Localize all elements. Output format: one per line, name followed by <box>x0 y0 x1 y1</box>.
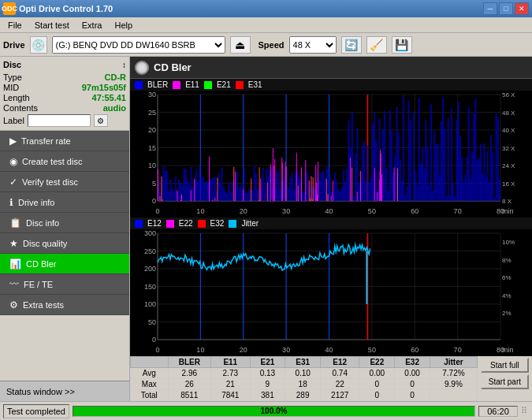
sidebar: Disc ↕ Type CD-R MID 97m15s05f Length 47… <box>0 57 130 401</box>
avg-e11: 2.73 <box>211 368 250 379</box>
eject-button[interactable]: ⏏ <box>230 36 251 54</box>
sidebar-item-disc-info[interactable]: 📋 Disc info <box>0 213 129 233</box>
stats-table: BLER E11 E21 E31 E12 E22 E32 Jitter <box>130 356 478 401</box>
title-bar: ODC Opti Drive Control 1.70 ─ □ ✕ <box>0 0 532 17</box>
table-row-max: Max 26 21 9 18 22 0 0 9.9% <box>131 379 478 390</box>
start-full-button[interactable]: Start full <box>481 358 529 373</box>
legend-e22-label: E22 <box>179 219 193 228</box>
sidebar-item-drive-info[interactable]: ℹ Drive info <box>0 192 129 213</box>
sidebar-nav: ▶ Transfer rate ◉ Create test disc ✓ Ver… <box>0 131 129 401</box>
chart2-canvas <box>130 229 532 355</box>
status-text: Test completed <box>7 407 65 416</box>
start-part-button[interactable]: Start part <box>481 374 529 389</box>
status-window-label: Status window >> <box>6 387 75 396</box>
contents-label: Contents <box>3 103 38 113</box>
stats-with-buttons: BLER E11 E21 E31 E12 E22 E32 Jitter <box>130 356 532 401</box>
col-header-e31: E31 <box>285 357 321 368</box>
sidebar-item-extra-tests[interactable]: ⚙ Extra tests <box>0 295 129 315</box>
right-section: CD Bler BLER E11 E21 E31 <box>130 57 532 401</box>
chart-disc-icon <box>135 61 149 75</box>
disc-arrow-icon[interactable]: ↕ <box>122 61 126 69</box>
chart-title: CD Bler <box>154 61 192 73</box>
speed-select[interactable]: 48 X <box>289 36 337 54</box>
row-label-max: Max <box>131 379 169 390</box>
chart-header: CD Bler <box>130 57 532 79</box>
speed-label: Speed <box>259 40 285 50</box>
save-button[interactable]: 💾 <box>392 36 412 54</box>
legend-bler-dot <box>135 81 143 89</box>
table-row-total: Total 8511 7841 381 289 2127 0 0 <box>131 390 478 401</box>
avg-e12: 0.74 <box>321 368 359 379</box>
disc-title: Disc <box>3 60 21 69</box>
legend-e31-dot <box>236 81 244 89</box>
row-label-total: Total <box>131 390 169 401</box>
status-window-button[interactable]: Status window >> <box>0 381 129 401</box>
chart1-canvas <box>130 91 532 217</box>
col-header-e11: E11 <box>211 357 250 368</box>
cd-bler-icon: 📊 <box>9 258 21 269</box>
sidebar-item-create-test-disc[interactable]: ◉ Create test disc <box>0 151 129 172</box>
total-jitter <box>430 390 477 401</box>
fe-te-icon: 〰 <box>9 279 19 290</box>
max-e22: 0 <box>359 379 395 390</box>
legend-e11-dot <box>173 81 180 89</box>
length-value: 47:55.41 <box>92 93 126 102</box>
length-label: Length <box>3 93 30 102</box>
progress-label: 100.0% <box>73 407 474 416</box>
progress-bar: 100.0% <box>73 406 475 417</box>
avg-e21: 0.13 <box>250 368 285 379</box>
close-button[interactable]: ✕ <box>515 2 529 15</box>
status-time: 06:20 <box>478 406 518 417</box>
create-test-disc-label: Create test disc <box>22 157 82 166</box>
menu-bar: File Start test Extra Help <box>0 17 532 33</box>
transfer-rate-icon: ▶ <box>9 136 17 147</box>
drive-icon: 💿 <box>30 36 47 54</box>
clear-button[interactable]: 🧹 <box>366 36 387 54</box>
col-header-e22: E22 <box>359 357 395 368</box>
menu-start-test[interactable]: Start test <box>30 19 74 32</box>
sidebar-item-fe-te[interactable]: 〰 FE / TE <box>0 274 129 295</box>
app-window: ODC Opti Drive Control 1.70 ─ □ ✕ File S… <box>0 0 532 420</box>
mid-value: 97m15s05f <box>82 83 126 92</box>
col-header-jitter: Jitter <box>430 357 477 368</box>
max-e12: 22 <box>321 379 359 390</box>
extra-tests-icon: ⚙ <box>9 299 18 310</box>
minimize-button[interactable]: ─ <box>483 2 497 15</box>
max-bler: 26 <box>168 379 211 390</box>
drive-select[interactable]: (G:) BENQ DVD DD DW1640 BSRB <box>52 36 225 54</box>
row-label-avg: Avg <box>131 368 169 379</box>
maximize-button[interactable]: □ <box>499 2 513 15</box>
drive-bar: Drive 💿 (G:) BENQ DVD DD DW1640 BSRB ⏏ S… <box>0 33 532 57</box>
menu-help[interactable]: Help <box>110 19 137 32</box>
legend-e21-label: E21 <box>217 80 231 89</box>
drive-info-icon: ℹ <box>9 197 13 208</box>
sidebar-item-verify-test-disc[interactable]: ✓ Verify test disc <box>0 172 129 192</box>
legend-e32-label: E32 <box>210 219 225 228</box>
label-settings-button[interactable]: ⚙ <box>94 114 108 127</box>
type-value: CD-R <box>105 72 127 82</box>
sidebar-item-cd-bler[interactable]: 📊 CD Bler <box>0 254 129 274</box>
chart2-area: E12 E22 E32 Jitter <box>130 217 532 356</box>
legend-jitter-dot <box>229 220 236 228</box>
verify-test-disc-label: Verify test disc <box>22 177 78 187</box>
stats-container: BLER E11 E21 E31 E12 E22 E32 Jitter <box>130 356 532 401</box>
total-e11: 7841 <box>211 390 250 401</box>
chart1-area: BLER E11 E21 E31 <box>130 79 532 217</box>
menu-file[interactable]: File <box>3 19 27 32</box>
table-row-avg: Avg 2.96 2.73 0.13 0.10 0.74 0.00 0.00 7… <box>131 368 478 379</box>
total-bler: 8511 <box>168 390 211 401</box>
app-title: Opti Drive Control 1.70 <box>19 4 113 13</box>
disc-panel: Disc ↕ Type CD-R MID 97m15s05f Length 47… <box>0 57 129 131</box>
max-e21: 9 <box>250 379 285 390</box>
label-input[interactable] <box>28 114 91 127</box>
contents-value: audio <box>103 103 126 113</box>
sidebar-item-transfer-rate[interactable]: ▶ Transfer rate <box>0 131 129 151</box>
label-label: Label <box>3 116 24 125</box>
refresh-button[interactable]: 🔄 <box>341 36 362 54</box>
extra-tests-label: Extra tests <box>23 300 64 310</box>
sidebar-item-disc-quality[interactable]: ★ Disc quality <box>0 233 129 254</box>
legend-jitter-label: Jitter <box>241 219 259 228</box>
avg-e32: 0.00 <box>395 368 430 379</box>
disc-quality-icon: ★ <box>9 238 18 249</box>
menu-extra[interactable]: Extra <box>77 19 107 32</box>
